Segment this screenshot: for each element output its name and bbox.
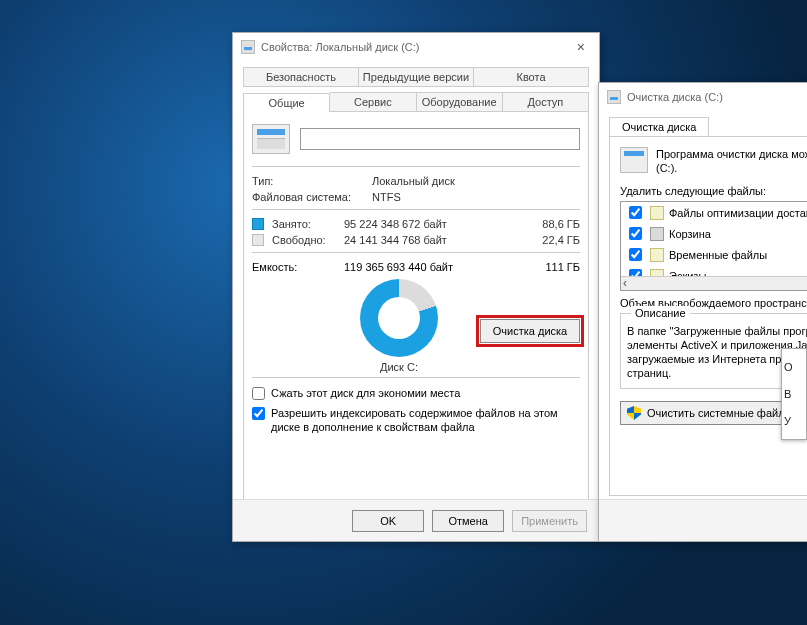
apply-button[interactable]: Применить <box>512 510 587 532</box>
tab-general[interactable]: Общие <box>243 93 330 112</box>
list-item[interactable]: Файлы оптимизации доставки <box>621 202 807 223</box>
capacity-bytes: 119 365 693 440 байт <box>344 261 478 273</box>
compress-checkbox[interactable] <box>252 387 265 400</box>
delete-files-label: Удалить следующие файлы: <box>620 185 807 197</box>
index-checkbox[interactable] <box>252 407 265 420</box>
file-icon <box>650 206 664 220</box>
file-icon <box>650 248 664 262</box>
usage-donut <box>360 279 438 357</box>
cleanup-drive-icon <box>620 147 648 173</box>
description-title: Описание <box>631 306 690 320</box>
type-label: Тип: <box>252 175 372 187</box>
list-item-checkbox[interactable] <box>629 206 642 219</box>
uac-shield-icon <box>627 406 641 420</box>
disk-cleanup-button[interactable]: Очистка диска <box>480 319 580 343</box>
used-swatch <box>252 218 264 230</box>
menu-item-partial[interactable]: В <box>784 388 804 400</box>
list-item-checkbox[interactable] <box>629 227 642 240</box>
list-scrollbar[interactable] <box>621 276 807 290</box>
description-group: Описание В папке "Загруженные файлы прог… <box>620 313 807 389</box>
used-bytes: 95 224 348 672 байт <box>344 218 474 230</box>
disk-properties-window: Свойства: Локальный диск (C:) × Безопасн… <box>232 32 600 542</box>
list-item-label: Файлы оптимизации доставки <box>669 207 807 219</box>
titlebar[interactable]: Очистка диска (C:) <box>599 83 807 111</box>
description-body: В папке "Загруженные файлы программ" сох… <box>627 324 807 380</box>
general-pane: Тип: Локальный диск Файловая система: NT… <box>243 112 589 504</box>
drive-icon <box>241 40 255 54</box>
cleanup-pane: Программа очистки диска может освободить… <box>609 136 807 496</box>
close-icon[interactable]: × <box>571 39 591 55</box>
tab-access[interactable]: Доступ <box>503 92 589 111</box>
tabs-row-bottom: Общие Сервис Оборудование Доступ <box>243 92 589 112</box>
free-swatch <box>252 234 264 246</box>
free-gb: 22,4 ГБ <box>480 234 580 246</box>
cancel-button[interactable]: Отмена <box>432 510 504 532</box>
titlebar[interactable]: Свойства: Локальный диск (C:) × <box>233 33 599 61</box>
drive-name-input[interactable] <box>300 128 580 150</box>
fs-value: NTFS <box>372 191 580 203</box>
tab-quota[interactable]: Квота <box>474 67 589 87</box>
type-value: Локальный диск <box>372 175 580 187</box>
list-item-label: Корзина <box>669 228 711 240</box>
clean-system-files-button[interactable]: Очистить системные файлы <box>620 401 800 425</box>
dialog-button-bar: OK Отмена Применить <box>233 499 599 541</box>
list-item[interactable]: Временные файлы <box>621 244 807 265</box>
tab-hardware[interactable]: Оборудование <box>417 92 503 111</box>
window-title: Очистка диска (C:) <box>627 91 723 103</box>
free-label: Свободно: <box>272 234 338 246</box>
context-menu-partial[interactable]: ОВУ <box>781 348 807 440</box>
compress-checkbox-row[interactable]: Сжать этот диск для экономии места <box>252 386 580 400</box>
list-item-checkbox[interactable] <box>629 248 642 261</box>
menu-item-partial[interactable]: О <box>784 361 804 373</box>
tab-cleanup[interactable]: Очистка диска <box>609 117 709 136</box>
used-gb: 88,6 ГБ <box>480 218 580 230</box>
capacity-gb: 111 ГБ <box>484 261 580 273</box>
tabs-row-top: Безопасность Предыдущие версии Квота <box>243 67 589 87</box>
recycle-bin-icon <box>650 227 664 241</box>
index-checkbox-row[interactable]: Разрешить индексировать содержимое файло… <box>252 406 580 434</box>
index-label: Разрешить индексировать содержимое файло… <box>271 406 580 434</box>
disk-cleanup-window: Очистка диска (C:) Очистка диска Програм… <box>598 82 807 542</box>
donut-caption: Диск C: <box>380 361 418 373</box>
free-bytes: 24 141 344 768 байт <box>344 234 474 246</box>
ok-button[interactable]: OK <box>352 510 424 532</box>
clean-system-files-label: Очистить системные файлы <box>647 407 792 419</box>
tab-security[interactable]: Безопасность <box>243 67 359 87</box>
tab-previous-versions[interactable]: Предыдущие версии <box>359 67 474 87</box>
fs-label: Файловая система: <box>252 191 372 203</box>
files-list[interactable]: Файлы оптимизации доставкиКорзинаВременн… <box>620 201 807 291</box>
menu-item-partial[interactable]: У <box>784 415 804 427</box>
drive-icon <box>607 90 621 104</box>
list-item-label: Временные файлы <box>669 249 767 261</box>
window-title: Свойства: Локальный диск (C:) <box>261 41 420 53</box>
list-item[interactable]: Корзина <box>621 223 807 244</box>
tab-service[interactable]: Сервис <box>330 92 416 111</box>
used-label: Занято: <box>272 218 338 230</box>
drive-large-icon <box>252 124 290 154</box>
compress-label: Сжать этот диск для экономии места <box>271 386 460 400</box>
dialog-button-bar <box>599 499 807 541</box>
cleanup-intro: Программа очистки диска может освободить… <box>656 147 807 175</box>
capacity-label: Емкость: <box>252 261 338 273</box>
